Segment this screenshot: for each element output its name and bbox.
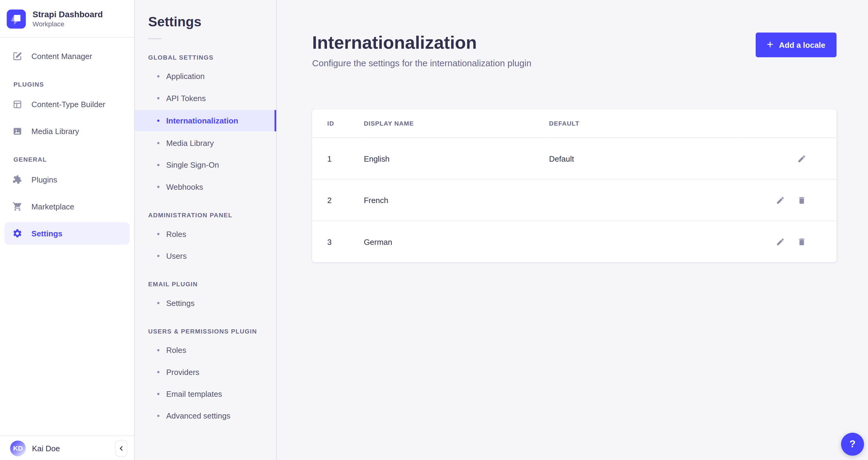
sidebar-item-content-type-builder[interactable]: Content-Type Builder [4, 93, 130, 116]
content-type-builder-icon [12, 99, 22, 109]
workspace-switcher[interactable]: Strapi Dashboard Workplace [0, 0, 134, 37]
delete-locale-button[interactable] [797, 196, 806, 205]
bullet-icon [157, 302, 159, 304]
subnav-item-email-settings[interactable]: Settings [135, 293, 276, 313]
column-header-actions [741, 109, 837, 138]
delete-locale-button[interactable] [797, 237, 806, 246]
bullet-icon [157, 349, 159, 351]
plus-icon: + [767, 39, 774, 50]
cell-id: 1 [312, 138, 364, 179]
content-manager-icon [12, 51, 22, 61]
sidebar-footer: KD Kai Doe [0, 435, 134, 460]
add-locale-button[interactable]: + Add a locale [756, 33, 837, 58]
subnav-item-label: Roles [166, 229, 186, 238]
user-menu[interactable]: KD Kai Doe [10, 440, 60, 456]
edit-locale-button[interactable] [776, 196, 785, 205]
sidebar-item-label: Media Library [31, 127, 79, 136]
help-button[interactable]: ? [841, 433, 864, 456]
avatar[interactable]: KD [10, 440, 26, 456]
bullet-icon [157, 415, 159, 417]
sidebar-section-general: GENERAL [13, 156, 134, 163]
gear-icon [12, 229, 22, 238]
sidebar-item-label: Plugins [31, 175, 57, 184]
subnav-item-webhooks[interactable]: Webhooks [135, 177, 276, 197]
main-sidebar: Strapi Dashboard Workplace Content Manag… [0, 0, 135, 460]
add-locale-button-label: Add a locale [779, 40, 825, 50]
bullet-icon [157, 97, 159, 99]
main-content: Internationalization Configure the setti… [277, 0, 868, 460]
sidebar-item-media-library[interactable]: Media Library [4, 120, 130, 142]
pencil-icon [776, 196, 785, 205]
workspace-name: Workplace [33, 20, 103, 29]
subnav-item-label: Providers [166, 368, 199, 377]
edit-locale-button[interactable] [797, 154, 806, 163]
cell-display-name: English [364, 138, 549, 179]
sidebar-item-plugins[interactable]: Plugins [4, 168, 130, 191]
strapi-dashboard: Strapi Dashboard Workplace Content Manag… [0, 0, 868, 460]
pencil-icon [797, 154, 806, 163]
settings-subnav: Settings GLOBAL SETTINGS Application API… [135, 0, 277, 460]
cell-display-name: German [364, 221, 549, 262]
row-actions [741, 237, 837, 246]
subnav-group-users-permissions-plugin: USERS & PERMISSIONS PLUGIN Roles Provide… [135, 328, 276, 426]
bullet-icon [157, 186, 159, 188]
subnav-item-label: Advanced settings [166, 411, 230, 420]
column-header-default: DEFAULT [549, 109, 741, 138]
sidebar-item-marketplace[interactable]: Marketplace [4, 195, 130, 218]
trash-icon [797, 237, 806, 246]
sidebar-item-label: Marketplace [31, 202, 74, 211]
subnav-item-up-roles[interactable]: Roles [135, 340, 276, 360]
subnav-item-label: Application [166, 72, 205, 81]
bullet-icon [157, 120, 159, 122]
pencil-icon [776, 237, 785, 246]
subnav-title-divider [148, 38, 162, 39]
sidebar-item-settings[interactable]: Settings [4, 222, 130, 244]
bullet-icon [157, 75, 159, 77]
sidebar-nav: Content Manager PLUGINS Content-Type Bui… [0, 37, 134, 244]
subnav-group-title: EMAIL PLUGIN [148, 281, 276, 287]
cell-default [549, 179, 741, 221]
locales-table: ID DISPLAY NAME DEFAULT 1 English Defaul… [312, 109, 837, 262]
column-header-display-name: DISPLAY NAME [364, 109, 549, 138]
subnav-item-providers[interactable]: Providers [135, 362, 276, 382]
page-subtitle: Configure the settings for the internati… [312, 57, 531, 70]
sidebar-item-label: Content-Type Builder [31, 100, 105, 109]
subnav-item-label: Roles [166, 346, 186, 355]
subnav-group-administration-panel: ADMINISTRATION PANEL Roles Users [135, 211, 276, 266]
plugins-icon [12, 175, 22, 185]
sidebar-item-label: Content Manager [31, 52, 92, 61]
chevron-left-icon [118, 445, 124, 452]
subnav-item-media-library[interactable]: Media Library [135, 133, 276, 153]
subnav-item-label: Internationalization [166, 116, 238, 125]
subnav-item-label: API Tokens [166, 94, 206, 103]
subnav-item-label: Webhooks [166, 183, 203, 192]
edit-locale-button[interactable] [776, 237, 785, 246]
subnav-item-label: Users [166, 252, 187, 261]
subnav-item-admin-roles[interactable]: Roles [135, 224, 276, 244]
subnav-item-advanced-settings[interactable]: Advanced settings [135, 406, 276, 426]
locales-table-card: ID DISPLAY NAME DEFAULT 1 English Defaul… [312, 109, 837, 262]
row-actions [741, 196, 837, 205]
subnav-item-email-templates[interactable]: Email templates [135, 384, 276, 404]
subnav-group-title: ADMINISTRATION PANEL [148, 211, 276, 218]
subnav-item-application[interactable]: Application [135, 66, 276, 87]
subnav-item-label: Settings [166, 299, 195, 308]
subnav-item-admin-users[interactable]: Users [135, 246, 276, 266]
subnav-item-single-sign-on[interactable]: Single Sign-On [135, 155, 276, 175]
bullet-icon [157, 233, 159, 235]
bullet-icon [157, 393, 159, 395]
collapse-sidebar-button[interactable] [115, 440, 127, 457]
table-header-row: ID DISPLAY NAME DEFAULT [312, 109, 837, 138]
bullet-icon [157, 371, 159, 373]
subnav-item-api-tokens[interactable]: API Tokens [135, 88, 276, 108]
app-title: Strapi Dashboard [33, 9, 103, 20]
subnav-group-title: GLOBAL SETTINGS [148, 54, 276, 61]
sidebar-item-content-manager[interactable]: Content Manager [4, 45, 130, 67]
subnav-item-internationalization[interactable]: Internationalization [135, 110, 276, 131]
media-library-icon [12, 126, 22, 136]
row-actions [741, 154, 837, 163]
marketplace-icon [12, 202, 22, 211]
cell-display-name: French [364, 179, 549, 221]
subnav-group-global-settings: GLOBAL SETTINGS Application API Tokens I… [135, 54, 276, 197]
subnav-item-label: Single Sign-On [166, 160, 219, 169]
